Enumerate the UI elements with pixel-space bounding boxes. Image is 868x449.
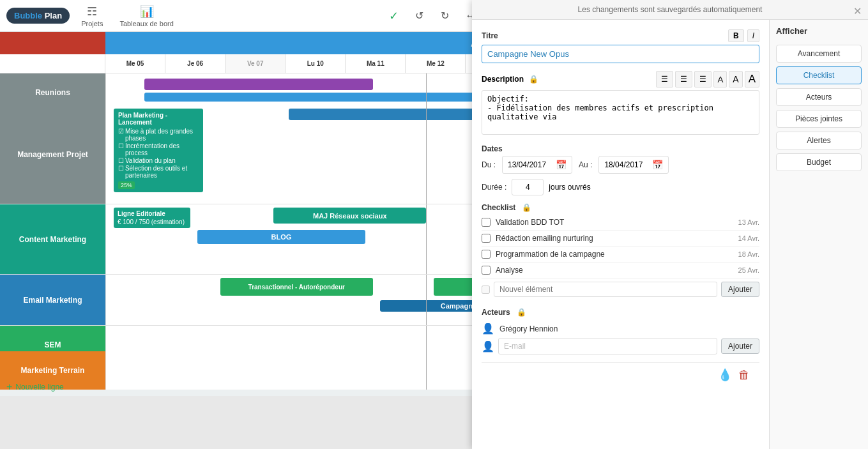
checklist-text-1: Rédaction emailing nurturing [496, 234, 733, 243]
bar-reunions-2[interactable] [144, 93, 526, 102]
calendar-to-icon: 📅 [652, 160, 663, 170]
checklist-new-input[interactable] [494, 282, 717, 297]
task-item-3: ☐Validation du plan [118, 157, 199, 164]
desc-lock-icon: 🔒 [529, 75, 538, 84]
checklist-new-checkbox[interactable] [482, 285, 490, 294]
align-center-btn[interactable]: ☰ [675, 71, 692, 88]
date-lu10: Lu 10 [286, 54, 346, 73]
checklist-new-row: Ajouter [482, 278, 759, 300]
bar-ligne-editoriale[interactable]: Ligne Editoriale € 100 / 750 (estimation… [114, 208, 190, 228]
panel-sidebar: Afficher Avancement Checklist Acteurs Pi… [769, 20, 868, 449]
task-card-management[interactable]: Plan Marketing - Lancement ☑Mise à plat … [114, 109, 203, 192]
sidebar-btn-acteurs[interactable]: Acteurs [776, 88, 862, 106]
task-progress: 25% [118, 181, 135, 189]
size-large-btn[interactable]: A [745, 71, 759, 88]
date-je06: Je 06 [165, 54, 225, 73]
panel-main-content: Titre B I Description 🔒 ☰ [472, 20, 769, 449]
redo-btn[interactable]: ↻ [435, 6, 454, 26]
dates-label: Dates [482, 144, 759, 153]
panel-close-btn[interactable]: ✕ [853, 5, 862, 17]
du-label: Du : [482, 160, 496, 169]
drop-icon[interactable]: 💧 [718, 368, 732, 382]
main-area: Avril 17 Me 05 Je 06 Ve 07 Lu 10 Ma 11 M… [0, 32, 868, 449]
detail-panel: Les changements sont sauvegardés automat… [472, 0, 868, 449]
checklist-item-2: Programmation de la campagne 18 Avr. [482, 247, 759, 263]
row-label-email: Email Marketing [0, 275, 105, 325]
acteur-name-0: Grégory Hennion [499, 324, 558, 333]
date-to-value: 18/04/2017 [604, 160, 643, 169]
bar-maj-reseaux[interactable]: MAJ Réseaux sociaux [273, 208, 426, 224]
task-item-1: ☑Mise à plat des grandes phases [118, 128, 199, 142]
checklist-item-1: Rédaction emailing nurturing 14 Avr. [482, 231, 759, 247]
align-left-btn[interactable]: ☰ [656, 71, 673, 88]
description-textarea[interactable]: Objectif: - Fidélisation des membres act… [482, 90, 759, 135]
acteur-add-btn[interactable]: Ajouter [721, 339, 759, 354]
acteurs-lock-icon: 🔒 [517, 308, 526, 317]
checklist-checkbox-3[interactable] [482, 266, 491, 275]
auto-save-msg: Les changements sont sauvegardés automat… [578, 5, 763, 14]
checklist-checkbox-0[interactable] [482, 218, 491, 227]
checklist-item-0: Validation BDD TOT 13 Avr. [482, 215, 759, 231]
tableaux-icon: 📊 [140, 4, 154, 19]
checklist-add-btn[interactable]: Ajouter [721, 282, 759, 297]
acteur-person-icon: 👤 [482, 323, 494, 335]
sidebar-btn-budget[interactable]: Budget [776, 153, 862, 171]
dates-group: Dates Du : 13/04/2017 📅 Au : 18/04/2017 … [482, 144, 759, 195]
duration-row: Durée : jours ouvrés [482, 179, 759, 195]
desc-toolbar: Description 🔒 ☰ ☰ ☰ A A A [482, 71, 759, 88]
checklist-section: Checklist 🔒 Validation BDD TOT 13 Avr. R… [482, 203, 759, 300]
delete-icon[interactable]: 🗑 [738, 369, 750, 382]
checklist-date-1: 14 Avr. [738, 234, 759, 242]
nav-projets[interactable]: ☶ Projets [76, 2, 108, 30]
duree-unit: jours ouvrés [549, 183, 590, 192]
date-ve07: Ve 07 [225, 54, 286, 73]
bar-blog[interactable]: BLOG [197, 230, 365, 244]
checklist-checkbox-2[interactable] [482, 250, 491, 259]
description-group: Description 🔒 ☰ ☰ ☰ A A A Objectif [482, 71, 759, 137]
date-from-input[interactable]: 13/04/2017 📅 [502, 156, 572, 174]
checklist-date-3: 25 Avr. [738, 266, 759, 274]
checklist-lock-icon: 🔒 [522, 203, 531, 212]
duree-label: Durée : [482, 183, 506, 192]
email-input[interactable] [498, 338, 717, 354]
sidebar-btn-pieces[interactable]: Pièces jointes [776, 110, 862, 128]
date-me05: Me 05 [105, 54, 165, 73]
size-small-btn[interactable]: A [713, 71, 727, 88]
task-item-4: ☐Sélection des outils et partenaires [118, 165, 199, 179]
checklist-label: Checklist [482, 203, 515, 212]
date-me12: Me 12 [406, 54, 466, 73]
acteurs-section: Acteurs 🔒 👤 Grégory Hennion 👤 Ajouter [482, 308, 759, 354]
calendar-from-icon: 📅 [556, 160, 567, 170]
check-btn[interactable]: ✓ [384, 6, 403, 26]
panel-header: Les changements sont sauvegardés automat… [472, 0, 868, 20]
sidebar-btn-checklist[interactable]: Checklist [776, 66, 862, 84]
undo-btn[interactable]: ↺ [409, 6, 429, 26]
title-group: Titre B I [482, 29, 759, 63]
projets-icon: ☶ [87, 4, 97, 19]
acteur-add-row: 👤 Ajouter [482, 338, 759, 354]
acteur-add-person-icon: 👤 [482, 340, 494, 353]
date-from-value: 13/04/2017 [508, 160, 546, 169]
title-input[interactable] [482, 45, 759, 63]
checklist-label-row: Checklist 🔒 [482, 203, 759, 212]
app-logo[interactable]: Bubble Plan [6, 8, 70, 24]
date-ma11: Ma 11 [346, 54, 406, 73]
checklist-item-3: Analyse 25 Avr. [482, 263, 759, 278]
checklist-date-0: 13 Avr. [738, 218, 759, 226]
task-item-2: ☐Incrémentation des process [118, 142, 199, 156]
bar-reunions-1[interactable] [144, 79, 373, 90]
sidebar-btn-alertes[interactable]: Alertes [776, 132, 862, 149]
task-card-title: Plan Marketing - Lancement [118, 112, 199, 126]
align-right-btn[interactable]: ☰ [694, 71, 712, 88]
bar-transactionnel[interactable]: Transactionnel - Autorépondeur [220, 278, 373, 296]
date-to-input[interactable]: 18/04/2017 📅 [598, 156, 669, 174]
duration-input[interactable] [512, 179, 544, 195]
size-medium-btn[interactable]: A [729, 71, 742, 88]
desc-label: Description [482, 75, 524, 84]
nav-tableaux[interactable]: 📊 Tableaux de bord [114, 2, 178, 30]
checklist-checkbox-1[interactable] [482, 234, 491, 243]
checklist-text-0: Validation BDD TOT [496, 218, 733, 227]
italic-btn[interactable]: I [747, 29, 759, 42]
sidebar-btn-avancement[interactable]: Avancement [776, 45, 862, 63]
bold-btn[interactable]: B [728, 29, 744, 42]
